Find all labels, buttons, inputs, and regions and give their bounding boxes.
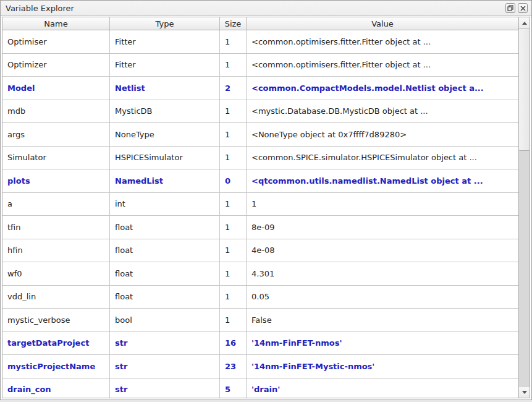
titlebar: Variable Explorer: [1, 1, 531, 16]
table-row[interactable]: drain_constr5'drain': [2, 378, 518, 398]
cell-size[interactable]: 1: [220, 216, 247, 239]
cell-value[interactable]: 1: [247, 193, 518, 216]
cell-type[interactable]: str: [110, 355, 220, 378]
cell-value[interactable]: 8e-09: [247, 216, 518, 239]
cell-name[interactable]: Optimiser: [2, 30, 110, 53]
cell-name[interactable]: tfin: [2, 216, 110, 239]
cell-value[interactable]: 'drain': [247, 378, 518, 398]
table-row[interactable]: ModelNetlist2<common.CompactModels.model…: [2, 77, 518, 100]
cell-type[interactable]: int: [110, 193, 220, 216]
table-row[interactable]: hfinfloat14e-08: [2, 239, 518, 263]
variable-table: Name Type Size Value OptimiserFitter1<co…: [2, 17, 530, 398]
cell-name[interactable]: mysticProjectName: [2, 355, 110, 378]
cell-value[interactable]: '14nm-FinFET-Mystic-nmos': [247, 355, 518, 378]
cell-type[interactable]: str: [110, 332, 220, 355]
cell-value[interactable]: 4.301: [247, 262, 518, 285]
cell-value[interactable]: <mystic.Database.DB.MysticDB object at .…: [247, 100, 518, 123]
table-row[interactable]: mdbMysticDB1<mystic.Database.DB.MysticDB…: [2, 100, 518, 124]
cell-size[interactable]: 1: [220, 309, 247, 331]
table-row[interactable]: mysticProjectNamestr23'14nm-FinFET-Mysti…: [2, 355, 518, 378]
cell-name[interactable]: mdb: [2, 100, 110, 123]
cell-name[interactable]: args: [2, 123, 110, 146]
column-header-type[interactable]: Type: [110, 17, 220, 30]
table-header: Name Type Size Value: [2, 17, 518, 30]
cell-size[interactable]: 1: [220, 286, 247, 309]
cell-value[interactable]: '14nm-FinFET-nmos': [247, 332, 518, 355]
table-row[interactable]: mystic_verbosebool1False: [2, 309, 518, 332]
table-row[interactable]: tfinfloat18e-09: [2, 216, 518, 239]
table-row[interactable]: targetDataProjectstr16'14nm-FinFET-nmos': [2, 332, 518, 356]
scroll-up-button[interactable]: [519, 17, 530, 29]
cell-name[interactable]: plots: [2, 169, 110, 192]
cell-type[interactable]: NamedList: [110, 169, 220, 192]
cell-size[interactable]: 0: [220, 169, 247, 192]
cell-size[interactable]: 1: [220, 30, 247, 53]
cell-type[interactable]: Fitter: [110, 30, 220, 53]
cell-name[interactable]: Model: [2, 77, 110, 100]
cell-size[interactable]: 5: [220, 378, 247, 398]
cell-name[interactable]: Simulator: [2, 147, 110, 169]
cell-type[interactable]: float: [110, 216, 220, 239]
scrollbar-thumb[interactable]: [519, 29, 530, 151]
cell-value[interactable]: 4e-08: [247, 239, 518, 262]
cell-size[interactable]: 1: [220, 54, 247, 77]
cell-type[interactable]: Fitter: [110, 54, 220, 77]
close-button[interactable]: [518, 3, 528, 13]
table-row[interactable]: wf0float14.301: [2, 262, 518, 286]
cell-size[interactable]: 1: [220, 193, 247, 216]
variable-explorer-panel: Variable Explorer Name Type Size: [0, 0, 532, 400]
cell-size[interactable]: 1: [220, 100, 247, 123]
cell-type[interactable]: Netlist: [110, 77, 220, 100]
cell-type[interactable]: MysticDB: [110, 100, 220, 123]
cell-name[interactable]: Optimizer: [2, 54, 110, 77]
scrollbar-track[interactable]: [519, 151, 530, 386]
close-icon: [520, 6, 526, 11]
cell-value[interactable]: <common.optimisers.fitter.Fitter object …: [247, 54, 518, 77]
column-header-value[interactable]: Value: [247, 17, 518, 30]
cell-type[interactable]: float: [110, 286, 220, 309]
vertical-scrollbar[interactable]: [518, 17, 530, 398]
cell-value[interactable]: <common.SPICE.simulator.HSPICESimulator …: [247, 147, 518, 169]
cell-value[interactable]: <common.CompactModels.model.Netlist obje…: [247, 77, 518, 100]
cell-name[interactable]: vdd_lin: [2, 286, 110, 309]
cell-value[interactable]: 0.05: [247, 286, 518, 309]
cell-name[interactable]: wf0: [2, 262, 110, 285]
table-row[interactable]: OptimizerFitter1<common.optimisers.fitte…: [2, 54, 518, 77]
table-row[interactable]: aint11: [2, 193, 518, 216]
table-row[interactable]: vdd_linfloat10.05: [2, 286, 518, 309]
scroll-down-button[interactable]: [519, 386, 530, 398]
cell-name[interactable]: drain_con: [2, 378, 110, 398]
cell-value[interactable]: False: [247, 309, 518, 331]
cell-value[interactable]: <qtcommon.utils.namedlist.NamedList obje…: [247, 169, 518, 192]
down-arrow-icon: [522, 391, 527, 394]
cell-type[interactable]: float: [110, 239, 220, 262]
cell-size[interactable]: 2: [220, 77, 247, 100]
table-row[interactable]: plotsNamedList0<qtcommon.utils.namedlist…: [2, 169, 518, 193]
cell-size[interactable]: 16: [220, 332, 247, 355]
cell-type[interactable]: str: [110, 378, 220, 398]
table-row[interactable]: argsNoneType1<NoneType object at 0x7ffff…: [2, 123, 518, 147]
float-button[interactable]: [505, 3, 515, 13]
cell-name[interactable]: mystic_verbose: [2, 309, 110, 331]
cell-size[interactable]: 1: [220, 239, 247, 262]
cell-size[interactable]: 23: [220, 355, 247, 378]
cell-value[interactable]: <common.optimisers.fitter.Fitter object …: [247, 30, 518, 53]
cell-size[interactable]: 1: [220, 147, 247, 169]
column-header-size[interactable]: Size: [220, 17, 247, 30]
cell-type[interactable]: HSPICESimulator: [110, 147, 220, 169]
column-header-name[interactable]: Name: [2, 17, 110, 30]
cell-value[interactable]: <NoneType object at 0x7ffff7d89280>: [247, 123, 518, 146]
cell-type[interactable]: float: [110, 262, 220, 285]
float-icon: [507, 5, 513, 11]
cell-size[interactable]: 1: [220, 123, 247, 146]
table-row[interactable]: SimulatorHSPICESimulator1<common.SPICE.s…: [2, 147, 518, 170]
page-title: Variable Explorer: [6, 4, 503, 13]
table-body: OptimiserFitter1<common.optimisers.fitte…: [2, 30, 518, 398]
cell-name[interactable]: hfin: [2, 239, 110, 262]
cell-type[interactable]: bool: [110, 309, 220, 331]
table-row[interactable]: OptimiserFitter1<common.optimisers.fitte…: [2, 30, 518, 54]
cell-size[interactable]: 1: [220, 262, 247, 285]
cell-type[interactable]: NoneType: [110, 123, 220, 146]
cell-name[interactable]: a: [2, 193, 110, 216]
cell-name[interactable]: targetDataProject: [2, 332, 110, 355]
